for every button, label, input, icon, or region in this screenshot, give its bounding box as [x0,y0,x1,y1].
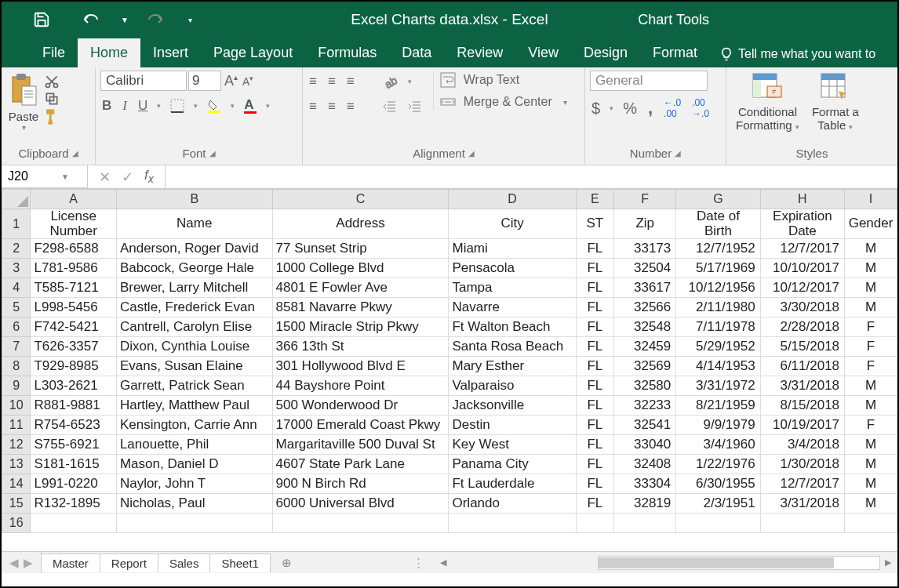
cell[interactable]: 6/30/1955 [676,474,760,494]
cell[interactable]: L303-2621 [31,376,116,396]
cell[interactable]: M [845,396,897,416]
cell[interactable]: FL [576,396,614,416]
tab-file[interactable]: File [30,38,78,67]
cell[interactable]: 4607 State Park Lane [272,455,449,474]
cell[interactable]: 8/15/2018 [760,396,844,416]
cell[interactable]: 32580 [614,376,676,396]
tab-page-layout[interactable]: Page Layout [201,38,305,67]
cell[interactable]: T626-3357 [31,337,116,357]
cell[interactable]: 32408 [614,455,676,474]
row-header[interactable]: 2 [2,239,31,259]
cell[interactable]: Pensacola [449,259,576,278]
redo-icon[interactable] [144,12,165,27]
row-header[interactable]: 10 [2,396,31,416]
bold-button[interactable]: B [100,96,113,115]
cell[interactable]: 900 N Birch Rd [272,474,449,494]
conditional-formatting-button[interactable]: ≠ Conditional Formatting ▾ [731,71,804,133]
cell[interactable]: L781-9586 [31,259,116,278]
cell[interactable]: M [845,259,897,278]
align-middle-icon[interactable]: ≡ [326,72,337,91]
column-header[interactable]: G [676,190,760,209]
cell[interactable]: F [845,318,897,337]
cell[interactable] [576,514,614,533]
column-header[interactable]: H [760,190,844,209]
cell[interactable]: FL [576,259,614,278]
cell[interactable]: 1000 College Blvd [272,259,449,278]
undo-icon[interactable] [82,12,105,27]
cell[interactable]: M [845,239,897,259]
table-header-cell[interactable]: Zip [614,209,676,239]
table-header-cell[interactable]: City [449,209,576,239]
orientation-icon[interactable]: ab [381,72,400,91]
cell[interactable]: 10/10/2017 [760,259,844,278]
align-bottom-icon[interactable]: ≡ [345,72,356,91]
row-header[interactable]: 4 [2,278,31,298]
format-as-table-button[interactable]: Format a Table ▾ [807,71,864,133]
cell[interactable]: FL [576,298,614,318]
formula-input[interactable] [166,165,897,188]
scrollbar-thumb[interactable] [599,557,834,568]
cell[interactable] [760,514,844,533]
align-right-icon[interactable]: ≡ [345,97,356,116]
cell[interactable]: Evans, Susan Elaine [116,357,272,376]
cell[interactable]: 1/22/1976 [676,455,760,474]
cell[interactable]: 3/4/1960 [676,435,760,455]
cell[interactable]: 4801 E Fowler Ave [272,278,449,298]
column-header[interactable]: E [576,190,614,209]
table-header-cell[interactable]: Date ofBirth [676,209,760,239]
cell[interactable]: L991-0220 [31,474,116,494]
name-box[interactable]: ▼ [2,165,88,188]
decrease-font-icon[interactable]: A▾ [241,73,255,89]
name-box-input[interactable] [2,169,56,183]
paste-button[interactable]: Paste ▾ [6,71,41,133]
cell[interactable] [31,514,116,533]
decrease-indent-icon[interactable] [381,98,399,115]
cell[interactable]: FL [576,435,614,455]
column-header[interactable]: I [845,190,897,209]
column-header[interactable]: B [116,190,272,209]
merge-center-button[interactable]: Merge & Center [464,95,552,109]
cell[interactable]: Castle, Frederick Evan [116,298,272,318]
tab-review[interactable]: Review [444,38,515,67]
cell[interactable]: 32819 [614,494,676,514]
cell[interactable]: 3/31/2018 [760,494,844,514]
cell[interactable]: M [845,298,897,318]
row-header[interactable]: 6 [2,318,31,337]
column-header[interactable]: D [449,190,576,209]
font-size-input[interactable] [188,71,221,91]
cell[interactable]: 33304 [614,474,676,494]
row-header[interactable]: 7 [2,337,31,357]
cell[interactable]: 33617 [614,278,676,298]
cell[interactable]: Destin [449,416,576,435]
cell[interactable]: Ft Lauderdale [449,474,576,494]
cell[interactable]: FL [576,278,614,298]
align-center-icon[interactable]: ≡ [326,97,337,116]
column-header[interactable]: F [614,190,676,209]
cell[interactable]: 10/19/2017 [760,416,844,435]
column-header[interactable]: C [272,190,449,209]
cell[interactable]: 33040 [614,435,676,455]
cell[interactable]: 500 Wonderwood Dr [272,396,449,416]
cell[interactable]: 4/14/1953 [676,357,760,376]
cell[interactable]: 2/3/1951 [676,494,760,514]
cell[interactable]: R132-1895 [31,494,116,514]
row-header[interactable]: 8 [2,357,31,376]
cell[interactable]: Orlando [449,494,576,514]
cell[interactable]: 301 Hollywood Blvd E [272,357,449,376]
sheet-nav-prev-icon[interactable]: ◀ [9,556,19,570]
cell[interactable]: 9/9/1979 [676,416,760,435]
tab-formulas[interactable]: Formulas [305,38,389,67]
cell[interactable]: Hartley, Matthew Paul [116,396,272,416]
clipboard-dialog-launcher-icon[interactable]: ◢ [72,149,78,158]
cell[interactable]: Mary Esther [449,357,576,376]
cell[interactable] [272,514,449,533]
cell[interactable]: F [845,357,897,376]
cell[interactable]: Naylor, John T [116,474,272,494]
cell[interactable]: 12/7/2017 [760,474,844,494]
cell[interactable]: Dixon, Cynthia Louise [116,337,272,357]
cell[interactable]: 44 Bayshore Point [272,376,449,396]
spreadsheet-grid[interactable]: ABCDEFGHI1LicenseNumberNameAddressCityST… [2,189,897,551]
table-header-cell[interactable]: ST [576,209,614,239]
row-header[interactable]: 11 [2,416,31,435]
cell[interactable]: Jacksonville [449,396,576,416]
